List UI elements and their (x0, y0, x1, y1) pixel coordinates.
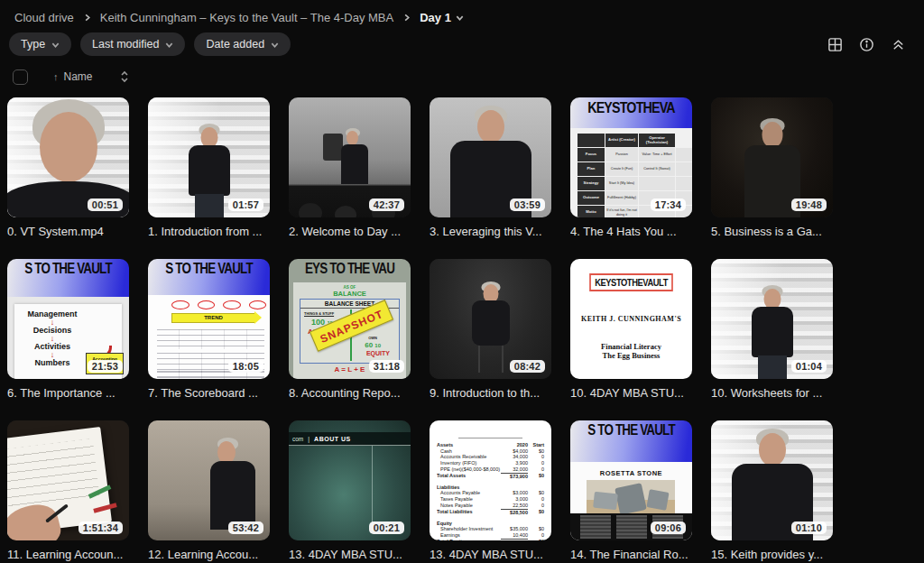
person-figure-part (40, 112, 97, 182)
file-thumbnail[interactable]: 08:42 (430, 259, 551, 379)
balance-sheet-document: Assets2020Start Cash$4,000$0Accounts Rec… (430, 420, 551, 540)
file-title: 12. Learning Accou... (148, 548, 270, 561)
keys-to-the-vault-logo: S TO THE VAULT (158, 261, 260, 277)
file-title: 5. Business is a Ga... (711, 225, 833, 238)
person-figure-part (762, 122, 782, 148)
keys-to-the-vault-logo: S TO THE VAULT (580, 422, 682, 438)
filter-last-modified-button[interactable]: Last modified (80, 32, 185, 56)
duration-badge: 01:57 (228, 198, 263, 211)
doc-subtitle: The Egg Business (570, 351, 692, 360)
file-thumbnail[interactable]: S TO THE VAULT ROSETTA STONE 09:06 (570, 420, 692, 540)
file-title: 2. Welcome to Day ... (289, 225, 411, 238)
keys-to-the-vault-logo: KEYSTOTHEVAULT (589, 273, 673, 291)
chevron-down-icon (456, 14, 464, 22)
file-card[interactable]: 03:593. Leveraging this V... (430, 97, 551, 238)
filter-date-added-label: Date added (206, 38, 264, 51)
file-thumbnail[interactable]: 01:04 (711, 259, 833, 379)
file-card[interactable]: 1:51:3411. Learning Accoun... (7, 420, 129, 561)
file-title: 9. Introduction to th... (430, 386, 551, 400)
person-figure-part (472, 300, 510, 346)
sort-by-name-control[interactable]: ↑ Name (53, 70, 93, 83)
duration-badge: 09:06 (651, 521, 686, 534)
file-thumbnail[interactable]: KEYSTOTHEVAULT KEITH J. CUNNINGHAM'S Fin… (570, 259, 692, 379)
webpage-navbar: com | ABOUT US (289, 432, 411, 446)
balance-label: BALANCE (289, 290, 411, 298)
duration-badge: 42:37 (369, 198, 404, 211)
file-thumbnail[interactable]: 53:42 (148, 420, 270, 540)
file-card[interactable]: S TO THE VAULT TREND 18:057. The Scorebo… (148, 259, 270, 400)
file-thumbnail[interactable]: 1:51:34 (7, 420, 129, 540)
file-title: 6. The Importance ... (7, 386, 129, 400)
file-card[interactable]: 42:372. Welcome to Day ... (289, 97, 411, 238)
filter-date-added-button[interactable]: Date added (194, 32, 291, 56)
duration-badge: 01:10 (791, 521, 827, 534)
sort-name-label: Name (64, 70, 93, 83)
file-card[interactable]: KEYSTOTHEVA Artist (Creator)Operator (Te… (570, 97, 692, 238)
file-thumbnail[interactable]: EYS TO THE VAU AS OF BALANCE BALANCE SHE… (289, 259, 411, 379)
collapse-panel-icon-button[interactable] (887, 33, 910, 56)
info-icon (859, 37, 874, 52)
person-figure-part (195, 194, 224, 217)
doc-subtitle: Financial Literacy (570, 342, 692, 351)
duration-badge: 08:42 (510, 360, 545, 373)
file-thumbnail[interactable]: 01:57 (148, 97, 270, 217)
grid-view-icon-button[interactable] (824, 33, 846, 56)
file-title: 10. 4DAY MBA STU... (570, 386, 692, 400)
file-card[interactable]: 01:571. Introduction from ... (148, 97, 270, 238)
file-card[interactable]: EYS TO THE VAU AS OF BALANCE BALANCE SHE… (289, 259, 411, 400)
circled-columns (171, 300, 266, 309)
file-thumbnail[interactable]: S TO THE VAULT TREND 18:05 (148, 259, 270, 379)
breadcrumb-current[interactable]: Day 1 (420, 11, 464, 24)
audience-head (299, 203, 322, 217)
duration-badge: 53:42 (228, 521, 263, 534)
person-figure-part (759, 433, 786, 466)
sort-ascending-icon: ↑ (53, 71, 59, 82)
file-title: 13. 4DAY MBA STU... (289, 548, 411, 561)
breadcrumb-folder[interactable]: Keith Cunningham – Keys to the Vault – T… (100, 11, 393, 24)
info-icon-button[interactable] (855, 33, 878, 56)
trend-arrow: TREND (171, 313, 255, 323)
file-card[interactable]: S TO THE VAULT ROSETTA STONE 09:0614. Th… (570, 420, 692, 561)
file-card[interactable]: 53:4212. Learning Accou... (148, 420, 270, 561)
file-card[interactable]: 19:485. Business is a Ga... (711, 97, 833, 238)
file-card[interactable]: 00:510. VT System.mp4 (7, 97, 129, 238)
keys-to-the-vault-logo: KEYSTOTHEVA (580, 99, 682, 117)
sort-chevrons-icon (120, 70, 129, 83)
file-title: 15. Keith provides y... (711, 548, 833, 561)
author-line: KEITH J. CUNNINGHAM'S (570, 315, 692, 323)
file-thumbnail[interactable]: com | ABOUT US 00:21 (289, 420, 411, 540)
person-figure-part (752, 307, 793, 357)
cloud-drive-page: Cloud drive Keith Cunningham – Keys to t… (0, 0, 924, 563)
duration-badge: 03:59 (510, 198, 545, 211)
file-card[interactable]: Assets2020Start Cash$4,000$0Accounts Rec… (430, 420, 551, 561)
spreadsheet-rows (157, 329, 264, 349)
file-thumbnail[interactable]: S TO THE VAULT Management↓Decisions↓Acti… (7, 259, 129, 379)
breadcrumb-root[interactable]: Cloud drive (14, 11, 74, 24)
file-title: 1. Introduction from ... (148, 225, 270, 238)
file-card[interactable]: 01:0410. Worksheets for ... (711, 259, 833, 400)
rosetta-photo (587, 480, 675, 516)
chevron-right-icon (83, 14, 91, 22)
file-card[interactable]: 08:429. Introduction to th... (430, 259, 551, 400)
chevron-down-icon (51, 41, 60, 49)
file-card[interactable]: S TO THE VAULT Management↓Decisions↓Acti… (7, 259, 129, 400)
file-card[interactable]: KEYSTOTHEVAULT KEITH J. CUNNINGHAM'S Fin… (570, 259, 692, 400)
sort-direction-toggle[interactable] (120, 70, 129, 83)
file-thumbnail[interactable]: 01:10 (711, 420, 833, 540)
file-thumbnail[interactable]: KEYSTOTHEVA Artist (Creator)Operator (Te… (570, 97, 692, 217)
rosetta-title: ROSETTA STONE (570, 469, 692, 477)
file-card[interactable]: 01:1015. Keith provides y... (711, 420, 833, 561)
filter-type-button[interactable]: Type (9, 32, 71, 56)
file-title: 3. Leveraging this V... (430, 225, 551, 238)
double-chevron-up-icon (891, 37, 906, 52)
duration-badge: 1:51:34 (79, 521, 123, 534)
select-all-checkbox[interactable] (13, 69, 28, 85)
file-thumbnail[interactable]: 00:51 (7, 97, 129, 217)
file-card[interactable]: com | ABOUT US 00:2113. 4DAY MBA STU... (289, 420, 411, 561)
file-thumbnail[interactable]: Assets2020Start Cash$4,000$0Accounts Rec… (430, 420, 551, 540)
breadcrumb-current-label: Day 1 (420, 11, 451, 24)
duration-badge: 18:05 (228, 360, 263, 373)
file-thumbnail[interactable]: 19:48 (711, 97, 833, 217)
file-thumbnail[interactable]: 42:37 (289, 97, 411, 217)
file-thumbnail[interactable]: 03:59 (430, 97, 551, 217)
